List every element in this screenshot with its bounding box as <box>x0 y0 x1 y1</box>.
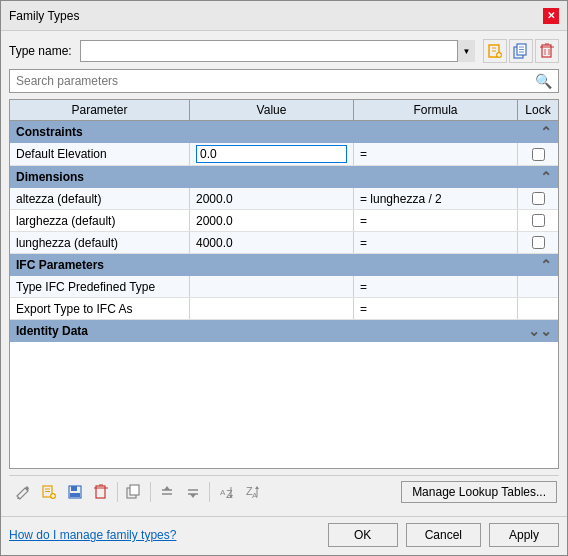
table-header: Parameter Value Formula Lock <box>10 100 558 121</box>
lock-larghezza[interactable] <box>518 210 558 231</box>
group-ifc-label: IFC Parameters <box>16 258 512 272</box>
lock-checkbox-larghezza[interactable] <box>532 214 545 227</box>
help-link[interactable]: How do I manage family types? <box>9 528 176 542</box>
family-types-dialog: Family Types ✕ Type name: ▼ <box>0 0 568 556</box>
group-identity-collapse[interactable]: ⌄⌄ <box>512 323 552 339</box>
bottom-row: How do I manage family types? OK Cancel … <box>1 516 567 555</box>
value-ifc-export[interactable] <box>190 298 354 319</box>
move-up-icon <box>159 484 175 500</box>
table-row: larghezza (default) 2000.0 = <box>10 210 558 232</box>
edit-icon <box>15 484 31 500</box>
lock-altezza[interactable] <box>518 188 558 209</box>
lock-default-elevation[interactable] <box>518 143 558 165</box>
value-larghezza[interactable]: 2000.0 <box>190 210 354 231</box>
dialog-title: Family Types <box>9 9 79 23</box>
dialog-buttons: OK Cancel Apply <box>328 523 559 547</box>
sort-asc-button[interactable]: A Z <box>214 480 238 504</box>
edit-parameter-button[interactable] <box>11 480 35 504</box>
svg-rect-25 <box>70 493 80 497</box>
type-name-label: Type name: <box>9 44 72 58</box>
col-lock: Lock <box>518 100 558 120</box>
type-name-input[interactable] <box>80 40 475 62</box>
save-button[interactable] <box>63 480 87 504</box>
add-parameter-button[interactable] <box>37 480 61 504</box>
group-dimensions: Dimensions ⌃ <box>10 166 558 188</box>
type-name-combo-wrapper: ▼ <box>80 40 475 62</box>
param-default-elevation: Default Elevation <box>10 143 190 165</box>
param-larghezza: larghezza (default) <box>10 210 190 231</box>
type-name-dropdown-arrow[interactable]: ▼ <box>457 40 475 62</box>
cancel-button[interactable]: Cancel <box>406 523 481 547</box>
manage-lookup-tables-button[interactable]: Manage Lookup Tables... <box>401 481 557 503</box>
group-constraints: Constraints ⌃ <box>10 121 558 143</box>
group-dimensions-label: Dimensions <box>16 170 512 184</box>
new-type-button[interactable] <box>483 39 507 63</box>
param-lunghezza: lunghezza (default) <box>10 232 190 253</box>
param-ifc-predefined: Type IFC Predefined Type <box>10 276 190 297</box>
lock-checkbox-lunghezza[interactable] <box>532 236 545 249</box>
duplicate-type-button[interactable] <box>509 39 533 63</box>
formula-ifc-export: = <box>354 298 518 319</box>
table-body: Constraints ⌃ Default Elevation = <box>10 121 558 468</box>
formula-ifc-predefined: = <box>354 276 518 297</box>
group-dimensions-collapse[interactable]: ⌃ <box>512 169 552 185</box>
lock-ifc-predefined <box>518 276 558 297</box>
table-row: Default Elevation = <box>10 143 558 166</box>
col-parameter: Parameter <box>10 100 190 120</box>
toolbar-separator-1 <box>117 482 118 502</box>
title-bar: Family Types ✕ <box>1 1 567 31</box>
parameters-table: Parameter Value Formula Lock Constraints… <box>9 99 559 469</box>
delete-type-button[interactable] <box>535 39 559 63</box>
lock-checkbox-altezza[interactable] <box>532 192 545 205</box>
move-down-button[interactable] <box>181 480 205 504</box>
toolbar-separator-2 <box>150 482 151 502</box>
apply-button[interactable]: Apply <box>489 523 559 547</box>
search-icon: 🔍 <box>535 73 552 89</box>
empty-table-area <box>10 342 558 462</box>
toolbar-row: A Z Z A Manage Lookup Tables.. <box>9 475 559 508</box>
sort-desc-button[interactable]: Z A <box>240 480 264 504</box>
lock-ifc-export <box>518 298 558 319</box>
svg-text:Z: Z <box>226 488 233 500</box>
value-lunghezza[interactable]: 4000.0 <box>190 232 354 253</box>
add-parameter-icon <box>41 484 57 500</box>
close-button[interactable]: ✕ <box>543 8 559 24</box>
type-name-icons <box>483 39 559 63</box>
value-ifc-predefined[interactable] <box>190 276 354 297</box>
search-input[interactable] <box>16 74 531 88</box>
value-default-elevation[interactable] <box>190 143 354 165</box>
type-name-row: Type name: ▼ <box>9 39 559 63</box>
copy-button[interactable] <box>122 480 146 504</box>
toolbar-icons: A Z Z A <box>11 480 264 504</box>
group-identity-label: Identity Data <box>16 324 512 338</box>
ok-button[interactable]: OK <box>328 523 398 547</box>
dialog-content: Type name: ▼ <box>1 31 567 516</box>
lock-checkbox-default-elevation[interactable] <box>532 148 545 161</box>
lock-lunghezza[interactable] <box>518 232 558 253</box>
group-constraints-collapse[interactable]: ⌃ <box>512 124 552 140</box>
formula-default-elevation: = <box>354 143 518 165</box>
move-down-icon <box>185 484 201 500</box>
value-input-default-elevation[interactable] <box>196 145 347 163</box>
toolbar-separator-3 <box>209 482 210 502</box>
value-altezza[interactable]: 2000.0 <box>190 188 354 209</box>
svg-rect-30 <box>130 485 139 495</box>
table-row: altezza (default) 2000.0 = lunghezza / 2 <box>10 188 558 210</box>
move-up-button[interactable] <box>155 480 179 504</box>
group-identity: Identity Data ⌄⌄ <box>10 320 558 342</box>
table-row: Export Type to IFC As = <box>10 298 558 320</box>
group-constraints-label: Constraints <box>16 125 512 139</box>
formula-altezza: = lunghezza / 2 <box>354 188 518 209</box>
remove-parameter-button[interactable] <box>89 480 113 504</box>
table-row: lunghezza (default) 4000.0 = <box>10 232 558 254</box>
group-ifc-collapse[interactable]: ⌃ <box>512 257 552 273</box>
save-icon <box>67 484 83 500</box>
delete-type-icon <box>539 43 555 59</box>
table-row: Type IFC Predefined Type = <box>10 276 558 298</box>
remove-icon <box>93 484 109 500</box>
param-altezza: altezza (default) <box>10 188 190 209</box>
search-row: 🔍 <box>9 69 559 93</box>
new-type-icon <box>487 43 503 59</box>
sort-asc-icon: A Z <box>218 484 234 500</box>
col-formula: Formula <box>354 100 518 120</box>
